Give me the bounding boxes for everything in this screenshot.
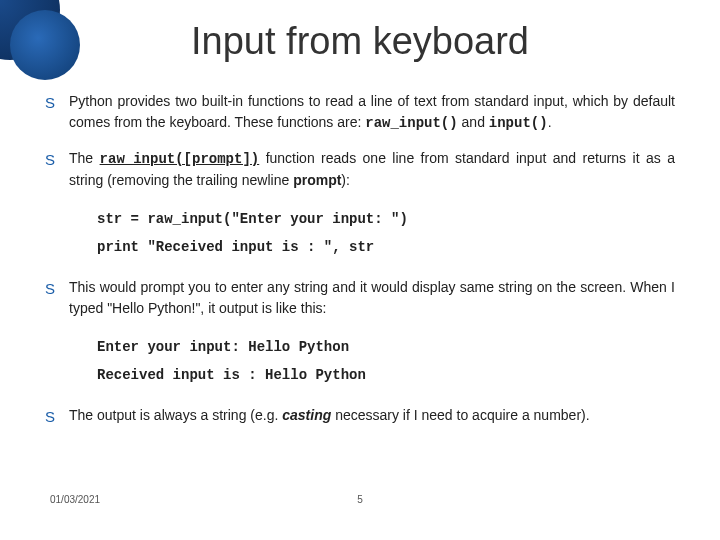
text-run: The — [69, 150, 100, 166]
text-run: The output is always a string (e.g. — [69, 407, 282, 423]
slide-content: S Python provides two built-in functions… — [45, 91, 675, 494]
bullet-item: S Python provides two built-in functions… — [45, 91, 675, 134]
bullet-item: S The raw_input([prompt]) function reads… — [45, 148, 675, 191]
code-line: Enter your input: Hello Python — [97, 333, 675, 361]
slide-title: Input from keyboard — [45, 20, 675, 63]
code-run: input() — [489, 115, 548, 131]
code-run: raw_input() — [365, 115, 457, 131]
bullet-item: S The output is always a string (e.g. ca… — [45, 405, 675, 429]
bullet-text: This would prompt you to enter any strin… — [69, 277, 675, 319]
corner-decoration — [0, 0, 100, 100]
bullet-marker-icon: S — [45, 406, 55, 429]
bullet-text: The raw_input([prompt]) function reads o… — [69, 148, 675, 191]
text-run: . — [548, 114, 552, 130]
code-run: raw_input([prompt]) — [100, 151, 260, 167]
code-block: str = raw_input("Enter your input: ") pr… — [97, 205, 675, 261]
text-run: and — [458, 114, 489, 130]
bold-run: prompt — [293, 172, 341, 188]
code-line: str = raw_input("Enter your input: ") — [97, 205, 675, 233]
bullet-item: S This would prompt you to enter any str… — [45, 277, 675, 319]
code-line: print "Received input is : ", str — [97, 233, 675, 261]
footer-page-number: 5 — [357, 494, 363, 505]
footer-date: 01/03/2021 — [50, 494, 100, 505]
bullet-text: Python provides two built-in functions t… — [69, 91, 675, 134]
bullet-text: The output is always a string (e.g. cast… — [69, 405, 675, 429]
code-block: Enter your input: Hello Python Received … — [97, 333, 675, 389]
text-run: ): — [341, 172, 350, 188]
code-line: Received input is : Hello Python — [97, 361, 675, 389]
slide-footer: 01/03/2021 5 — [45, 494, 675, 510]
text-run: necessary if I need to acquire a number)… — [331, 407, 589, 423]
bold-run: casting — [282, 407, 331, 423]
slide: Input from keyboard S Python provides tw… — [0, 0, 720, 540]
bullet-marker-icon: S — [45, 149, 55, 191]
bullet-marker-icon: S — [45, 278, 55, 319]
